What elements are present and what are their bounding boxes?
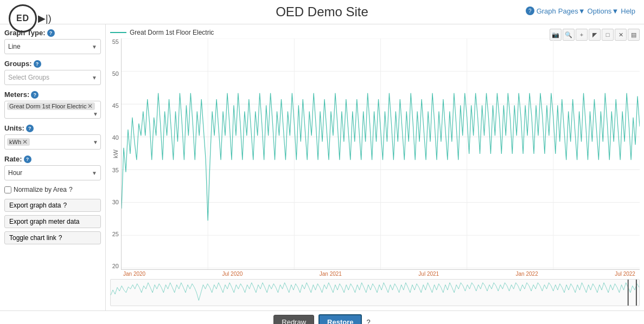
- meters-help-icon[interactable]: ?: [31, 91, 39, 99]
- y-tick-20: 20: [103, 263, 119, 269]
- x-tick-jan2020: Jan 2020: [123, 271, 145, 277]
- y-tick-30: 30: [103, 199, 119, 205]
- graph-help-icon[interactable]: ?: [526, 7, 534, 15]
- main-chart-svg: [122, 38, 640, 269]
- y-tick-35: 35: [103, 167, 119, 173]
- groups-select[interactable]: Select Groups ▼: [4, 70, 101, 85]
- bottom-bar: Redraw Restore ?: [0, 310, 644, 324]
- meters-select[interactable]: Great Dorm 1st Floor Electric ✕ ▼: [4, 101, 101, 119]
- x-tick-jul2020: Jul 2020: [222, 271, 243, 277]
- y-tick-50: 50: [103, 70, 119, 77]
- graph-type-caret-icon: ▼: [92, 44, 97, 50]
- y-tick-25: 25: [103, 231, 119, 237]
- normalize-help-icon[interactable]: ?: [69, 186, 73, 193]
- groups-caret-icon: ▼: [92, 75, 97, 81]
- y-tick-45: 45: [103, 102, 119, 109]
- x-tick-jul2021: Jul 2021: [418, 271, 439, 277]
- graph-type-section: Graph Type: ? Line ▼: [4, 29, 101, 54]
- rate-select[interactable]: Hour ▼: [4, 165, 101, 180]
- meters-tag-remove-icon[interactable]: ✕: [87, 103, 93, 109]
- chart-inner[interactable]: 55 50 45 40 35 30 25 20: [121, 38, 640, 270]
- y-tick-40: 40: [103, 134, 119, 141]
- rate-caret-icon: ▼: [92, 170, 97, 176]
- header-nav: ? Graph Pages▼ Options▼ Help: [526, 7, 635, 15]
- sidebar-buttons: Export graph data ? Export graph meter d…: [4, 199, 101, 244]
- groups-section: Groups: ? Select Groups ▼: [4, 60, 101, 85]
- x-axis: Jan 2020 Jul 2020 Jan 2021 Jul 2021 Jan …: [110, 271, 640, 277]
- units-label: Units: ?: [4, 124, 101, 132]
- restore-button[interactable]: Restore: [318, 314, 362, 324]
- rate-label: Rate: ?: [4, 155, 101, 163]
- main-layout: Graph Type: ? Line ▼ Groups: ? Select Gr…: [0, 24, 644, 310]
- nav-pages[interactable]: Pages▼: [558, 7, 585, 15]
- normalize-label: Normalize by Area: [14, 186, 67, 193]
- normalize-checkbox[interactable]: [4, 186, 11, 193]
- logo: ED ▶|): [9, 4, 52, 33]
- nav-graph[interactable]: Graph: [537, 7, 556, 15]
- chart-wrapper: kW 55 50 45 40 35 30 25 20: [110, 38, 640, 270]
- graph-type-select[interactable]: Line ▼: [4, 39, 101, 54]
- meters-caret-icon: ▼: [93, 111, 98, 117]
- export-meter-data-button[interactable]: Export graph meter data: [4, 215, 101, 228]
- x-tick-jan2022: Jan 2022: [516, 271, 538, 277]
- toggle-chart-link-help-icon[interactable]: ?: [59, 234, 62, 242]
- units-select[interactable]: kWh ✕ ▼: [4, 134, 101, 150]
- normalize-row: Normalize by Area ?: [4, 186, 101, 193]
- y-axis: 55 50 45 40 35 30 25 20: [103, 38, 119, 269]
- x-tick-jan2021: Jan 2021: [320, 271, 342, 277]
- chart-area: Great Dorm 1st Floor Electric 📷 🔍 + ◤ □ …: [106, 24, 644, 310]
- legend-line-icon: [110, 32, 126, 33]
- export-graph-data-help-icon[interactable]: ?: [63, 202, 67, 209]
- logo-text: ED: [16, 14, 29, 23]
- legend-label: Great Dorm 1st Floor Electric: [130, 29, 214, 36]
- x-tick-jul2022: Jul 2022: [615, 271, 635, 277]
- units-tag-remove-icon[interactable]: ✕: [22, 139, 28, 145]
- meters-label: Meters: ?: [4, 90, 101, 99]
- toggle-chart-link-button[interactable]: Toggle chart link ?: [4, 231, 101, 244]
- nav-help[interactable]: Help: [621, 7, 635, 15]
- mini-chart[interactable]: [110, 279, 640, 306]
- groups-label: Groups: ?: [4, 60, 101, 68]
- units-tag: kWh ✕: [7, 138, 30, 146]
- units-section: Units: ? kWh ✕ ▼: [4, 124, 101, 150]
- units-caret-icon: ▼: [93, 139, 98, 145]
- mini-chart-svg: [111, 280, 639, 306]
- units-help-icon[interactable]: ?: [26, 125, 34, 132]
- header: ED ▶|) OED Demo Site ? Graph Pages▼ Opti…: [0, 0, 644, 24]
- rate-section: Rate: ? Hour ▼: [4, 155, 101, 180]
- logo-signal: ▶|): [38, 12, 52, 24]
- groups-help-icon[interactable]: ?: [34, 60, 41, 68]
- page-title: OED Demo Site: [276, 4, 368, 20]
- redraw-button[interactable]: Redraw: [273, 315, 314, 324]
- normalize-section: Normalize by Area ?: [4, 186, 101, 193]
- rate-help-icon[interactable]: ?: [24, 155, 31, 163]
- meters-tag: Great Dorm 1st Floor Electric ✕: [7, 102, 95, 110]
- sidebar: Graph Type: ? Line ▼ Groups: ? Select Gr…: [0, 24, 106, 310]
- meters-section: Meters: ? Great Dorm 1st Floor Electric …: [4, 90, 101, 119]
- export-graph-data-button[interactable]: Export graph data ?: [4, 199, 101, 212]
- nav-options[interactable]: Options▼: [588, 7, 619, 15]
- logo-circle: ED: [9, 4, 37, 33]
- bottom-help-icon[interactable]: ?: [366, 318, 370, 324]
- y-tick-55: 55: [103, 38, 119, 45]
